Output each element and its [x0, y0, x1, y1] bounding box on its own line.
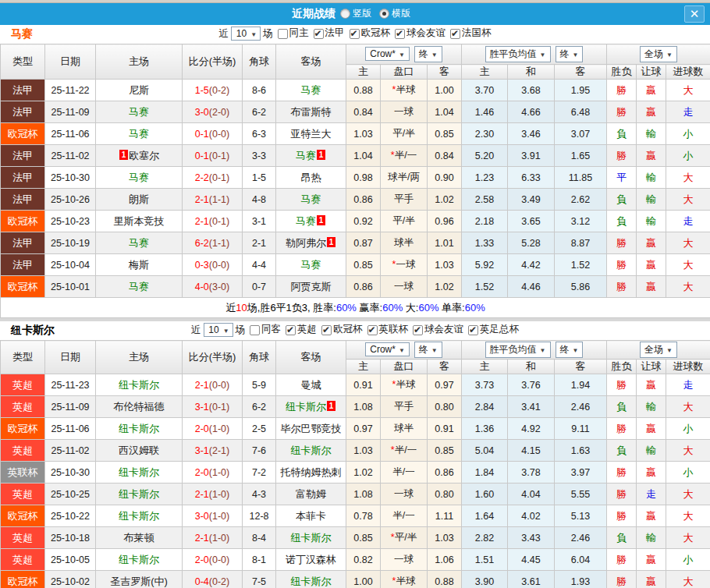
- match-row: 英超25-10-18布莱顿2-1(1-0)8-4纽卡斯尔0.85*平/半1.03…: [1, 527, 710, 549]
- result-cell: 負: [607, 123, 637, 145]
- checkbox-label: 英超: [297, 324, 317, 335]
- dropdown-全场[interactable]: 全场▼: [640, 342, 677, 358]
- euro-odds-cell: 5.28: [508, 232, 555, 254]
- euro-odds-cell: 2.82: [462, 527, 508, 549]
- corner-count: 8-4: [243, 527, 276, 549]
- sections-container: 马赛 近10▼场同主法甲欧冠杯球会友谊法国杯 类型日期主场比分(半场)角球客场C…: [0, 25, 710, 588]
- match-row: 欧冠杯25-11-06纽卡斯尔2-0(1-0)2-5毕尔巴鄂竞技0.97球半0.…: [1, 418, 710, 440]
- sub-column-header-进球数: 进球数: [666, 360, 710, 374]
- euro-odds-cell: 1.95: [555, 80, 607, 101]
- filter-checkbox-法国杯[interactable]: 法国杯: [446, 27, 492, 38]
- score-cell: 1-5(0-2): [183, 80, 243, 101]
- euro-odds-cell: 3.43: [508, 527, 555, 549]
- result-cell: 勝: [607, 462, 637, 484]
- match-date: 25-10-30: [45, 167, 96, 189]
- euro-odds-cell: 3.70: [462, 80, 508, 101]
- checkbox-icon[interactable]: [250, 325, 260, 335]
- checkbox-icon[interactable]: [413, 325, 423, 335]
- result-cell: 勝: [607, 549, 637, 571]
- match-count-select[interactable]: 10▼: [231, 27, 261, 41]
- asia-odds-cell: 0.85: [428, 440, 462, 462]
- page-title: 近期战绩: [292, 7, 335, 21]
- filter-checkbox-欧冠杯[interactable]: 欧冠杯: [317, 324, 363, 335]
- team-cell: 马赛: [276, 189, 346, 211]
- team-name: 纽卡斯尔: [119, 510, 159, 522]
- filter-checkbox-英超[interactable]: 英超: [281, 324, 317, 335]
- dropdown-胜平负均值[interactable]: 胜平负均值▼: [485, 46, 551, 62]
- dropdown-Crow*[interactable]: Crow*▼: [365, 47, 410, 61]
- filter-checkbox-同客[interactable]: 同客: [245, 324, 281, 335]
- euro-odds-cell: 2.62: [555, 189, 607, 211]
- checkbox-icon[interactable]: [350, 29, 360, 39]
- asia-odds-cell: 球半: [381, 232, 428, 254]
- checkbox-icon[interactable]: [278, 29, 288, 39]
- filter-unit-label: 场: [236, 324, 246, 335]
- euro-odds-cell: 1.64: [462, 505, 508, 527]
- result-cell: 小: [666, 549, 710, 571]
- team-name: 亚特兰大: [291, 128, 332, 140]
- team-cell: 托特纳姆热刺: [276, 462, 346, 484]
- section-bar: 马赛 近10▼场同主法甲欧冠杯球会友谊法国杯: [0, 25, 710, 44]
- filter-checkbox-欧冠杯[interactable]: 欧冠杯: [345, 27, 391, 38]
- team-cell: 圣吉罗斯(中): [96, 571, 183, 588]
- team-cell: 马赛: [96, 232, 183, 254]
- checkbox-icon[interactable]: [314, 29, 324, 39]
- euro-odds-cell: 4.46: [508, 276, 555, 298]
- result-cell: 勝: [607, 418, 637, 440]
- odds-group-header: 胜平负均值▼终▼: [462, 341, 607, 360]
- table-body: 英超25-11-23纽卡斯尔2-1(0-0)5-9曼城0.91*半球0.973.…: [1, 374, 710, 588]
- euro-odds-cell: 1.84: [462, 462, 508, 484]
- filter-checkbox-球会友谊[interactable]: 球会友谊: [390, 27, 446, 38]
- asia-odds-cell: 0.80: [428, 396, 462, 418]
- result-cell: 贏: [637, 232, 666, 254]
- team-name: 富勒姆: [296, 488, 326, 500]
- layout-radio-竖版[interactable]: 竖版: [340, 7, 371, 20]
- result-cell: 勝: [607, 80, 637, 101]
- corner-count: 8-1: [243, 549, 276, 571]
- filter-checkbox-同主[interactable]: 同主: [273, 27, 309, 38]
- dropdown-胜平负均值[interactable]: 胜平负均值▼: [485, 342, 551, 358]
- filter-checkbox-英足总杯[interactable]: 英足总杯: [463, 324, 519, 335]
- filter-checkbox-法甲[interactable]: 法甲: [309, 27, 345, 38]
- dropdown-终[interactable]: 终▼: [414, 342, 442, 358]
- checkbox-icon[interactable]: [450, 29, 460, 39]
- result-cell: 輸: [637, 396, 666, 418]
- match-row: 欧冠杯25-10-01马赛4-0(3-0)0-7阿贾克斯0.86一球1.021.…: [1, 276, 710, 298]
- close-icon[interactable]: ✕: [684, 5, 705, 23]
- checkbox-icon[interactable]: [395, 29, 405, 39]
- team-cell: 马赛: [96, 167, 183, 189]
- layout-radio-横版[interactable]: 横版: [379, 7, 410, 20]
- match-date: 25-10-19: [45, 232, 96, 254]
- euro-odds-cell: 4.15: [508, 440, 555, 462]
- score-cell: 2-1(1-0): [183, 527, 243, 549]
- dropdown-终[interactable]: 终▼: [414, 46, 442, 62]
- asia-odds-cell: 0.82: [346, 549, 381, 571]
- dropdown-终[interactable]: 终▼: [556, 342, 584, 358]
- euro-odds-cell: 3.12: [555, 211, 607, 232]
- dropdown-终[interactable]: 终▼: [556, 46, 584, 62]
- odds-group-header: 胜平负均值▼终▼: [462, 44, 607, 65]
- checkbox-icon[interactable]: [286, 325, 296, 335]
- radio-icon[interactable]: [340, 9, 350, 19]
- radio-icon[interactable]: [379, 9, 389, 19]
- checkbox-label: 英足总杯: [480, 324, 519, 335]
- team-cell: 本菲卡: [276, 505, 346, 527]
- league-badge: 英超: [1, 527, 45, 549]
- filter-checkbox-英联杯[interactable]: 英联杯: [363, 324, 409, 335]
- team-cell: 纽卡斯尔: [96, 418, 183, 440]
- asia-odds-cell: 球半/两: [381, 167, 428, 189]
- dropdown-全场[interactable]: 全场▼: [640, 46, 677, 62]
- checkbox-icon[interactable]: [468, 325, 478, 335]
- euro-odds-cell: 5.20: [462, 145, 508, 167]
- team-name: 阿贾克斯: [291, 281, 332, 292]
- euro-odds-cell: 1.60: [462, 484, 508, 505]
- match-row: 欧冠杯25-10-23里斯本竞技2-1(0-1)3-1马赛10.92平/半0.9…: [1, 211, 710, 232]
- checkbox-icon[interactable]: [367, 325, 378, 335]
- checkbox-icon[interactable]: [321, 325, 332, 335]
- match-count-select[interactable]: 10▼: [204, 323, 233, 337]
- league-badge: 英联杯: [1, 462, 45, 484]
- filter-checkbox-球会友谊[interactable]: 球会友谊: [408, 324, 463, 335]
- dropdown-Crow*[interactable]: Crow*▼: [365, 342, 410, 356]
- asia-odds-cell: 1.08: [346, 396, 381, 418]
- result-cell: 大: [666, 440, 710, 462]
